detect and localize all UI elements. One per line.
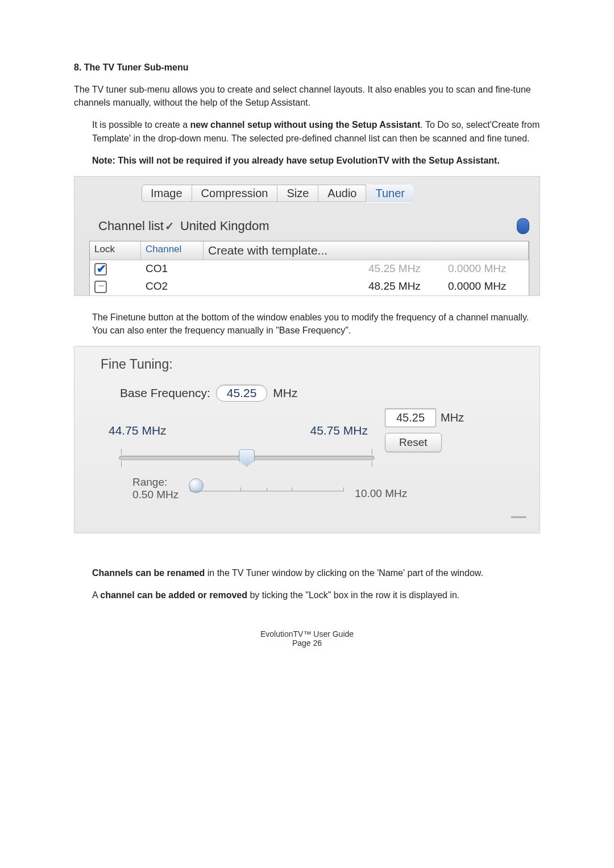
add-remove-paragraph: A channel can be added or removed by tic…	[74, 589, 540, 602]
bold-text: Note: This will not be required if you a…	[92, 156, 500, 165]
bold-text: Channels can be renamed	[92, 568, 205, 578]
instruction-paragraph: It is possible to create a new channel s…	[74, 118, 540, 144]
range-label: Range:	[132, 476, 179, 489]
tab-compression[interactable]: Compression	[192, 185, 278, 202]
resize-grip-icon[interactable]: ▁▁	[101, 504, 524, 518]
col-channel[interactable]: Channel	[141, 241, 204, 260]
footer-title: EvolutionTV™ User Guide	[74, 629, 540, 639]
tab-bar: Image Compression Size Audio Tuner	[142, 185, 414, 202]
channel-list-selector[interactable]: Channel list ✓ United Kingdom	[98, 218, 529, 234]
channel-list-label: Channel list	[98, 219, 164, 233]
selected-country: United Kingdom	[180, 219, 269, 233]
freq-cell: 48.25 MHz	[364, 278, 443, 295]
fine-tuning-title: Fine Tuning:	[101, 357, 524, 372]
current-frequency-value: 45.25	[385, 408, 436, 427]
text: by ticking the "Lock" box in the row it …	[247, 590, 459, 600]
text: in the TV Tuner window by clicking on th…	[205, 568, 483, 578]
mid-paragraph: The Finetune button at the bottom of the…	[74, 311, 540, 337]
range-min: 0.50 MHz	[132, 489, 179, 501]
fine-tuning-screenshot: Fine Tuning: Base Frequency: 45.25 MHz 4…	[74, 346, 540, 533]
text: A	[92, 590, 100, 600]
base-frequency-row: Base Frequency: 45.25 MHz	[120, 385, 524, 402]
col-lock[interactable]: Lock	[90, 241, 141, 260]
footer-page-number: 26	[313, 639, 322, 648]
lock-cell[interactable]	[90, 260, 141, 278]
frequency-scale: 44.75 MHz 45.75 MHz 45.25 MHz Reset	[109, 408, 516, 470]
current-frequency-unit: MHz	[441, 411, 464, 424]
check-icon: ✓	[165, 219, 175, 233]
tab-tuner[interactable]: Tuner	[366, 185, 414, 202]
section-heading: 8. The TV Tuner Sub-menu	[74, 62, 540, 73]
checkbox-mixed-icon[interactable]	[94, 281, 107, 293]
base-frequency-input[interactable]: 45.25	[216, 385, 268, 402]
base-frequency-value: 45.25	[227, 386, 257, 400]
fine-cell: 0.0000 MHz	[443, 260, 529, 278]
scale-min-label: 44.75 MHz	[109, 424, 247, 437]
create-template-menu-item[interactable]: Create with template...	[204, 241, 529, 260]
page-footer: EvolutionTV™ User Guide Page 26	[74, 629, 540, 648]
rename-paragraph: Channels can be renamed in the TV Tuner …	[74, 566, 540, 579]
range-slider[interactable]	[190, 477, 343, 500]
text: It is possible to create a	[92, 120, 190, 130]
lock-cell[interactable]	[90, 278, 141, 295]
fine-cell: 0.0000 MHz	[443, 278, 529, 295]
channel-table: Lock Channel Create with template... CO1…	[89, 241, 529, 295]
tab-image[interactable]: Image	[142, 185, 192, 202]
channel-list-screenshot: Image Compression Size Audio Tuner Chann…	[74, 176, 540, 296]
table-row[interactable]: CO2 48.25 MHz 0.0000 MHz	[90, 278, 529, 295]
range-max: 10.00 MHz	[355, 487, 407, 501]
checkbox-checked-icon[interactable]	[94, 263, 107, 276]
scroll-indicator[interactable]	[517, 218, 529, 234]
scale-max-label: 45.75 MHz	[247, 424, 385, 437]
intro-paragraph: The TV tuner sub-menu allows you to crea…	[74, 83, 540, 109]
note-paragraph: Note: This will not be required if you a…	[74, 154, 540, 167]
base-frequency-unit: MHz	[273, 386, 297, 400]
frequency-slider[interactable]	[109, 445, 385, 470]
reset-button[interactable]: Reset	[385, 433, 442, 452]
table-header: Lock Channel Create with template...	[90, 241, 529, 260]
tab-audio[interactable]: Audio	[318, 185, 366, 202]
table-row[interactable]: CO1 45.25 MHz 0.0000 MHz	[90, 260, 529, 278]
bold-text: channel can be added or removed	[100, 590, 247, 600]
footer-page-label: Page	[292, 639, 313, 648]
base-frequency-label: Base Frequency:	[120, 386, 210, 400]
slider-thumb-icon[interactable]	[239, 449, 255, 466]
range-row: Range: 0.50 MHz 10.00 MHz	[132, 476, 524, 501]
tab-size[interactable]: Size	[277, 185, 318, 202]
channel-cell[interactable]: CO2	[141, 278, 204, 295]
channel-cell[interactable]: CO1	[141, 260, 204, 278]
range-track	[190, 491, 343, 491]
bold-text: new channel setup without using the Setu…	[190, 120, 421, 130]
freq-cell: 45.25 MHz	[364, 260, 443, 278]
